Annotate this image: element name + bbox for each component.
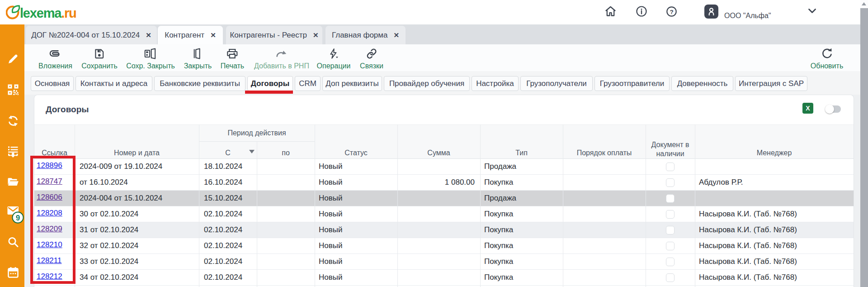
svg-text:9: 9 [16,214,20,222]
svg-text:?: ? [670,9,673,15]
svg-text:lexema.ru: lexema.ru [20,6,76,20]
